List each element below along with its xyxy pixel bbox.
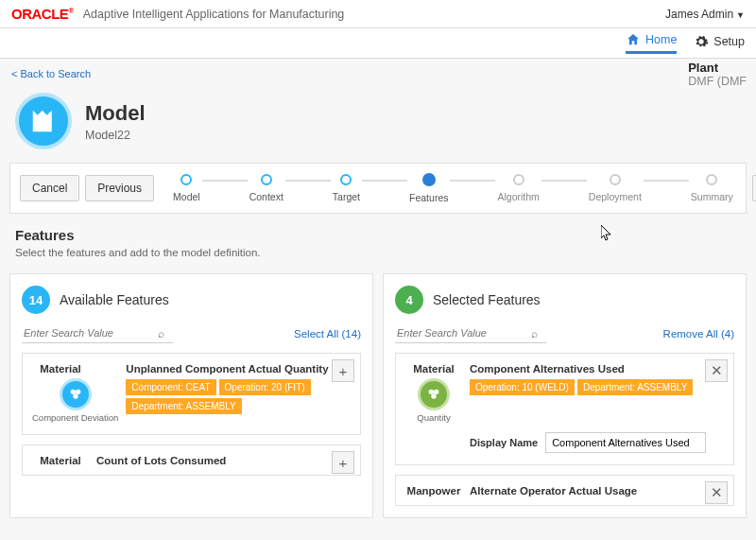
selected-search-input[interactable] xyxy=(395,323,546,343)
search-icon[interactable]: ⌕ xyxy=(531,327,538,340)
display-name-input[interactable] xyxy=(545,432,706,453)
svg-point-4 xyxy=(434,390,438,394)
app-title: Adaptive Intelligent Applications for Ma… xyxy=(83,8,345,21)
section-desc: Select the features and add to the model… xyxy=(15,247,741,258)
feature-tag: Operation: 10 (WELD) xyxy=(470,379,575,395)
model-header: Model Model22 xyxy=(0,87,756,163)
home-icon xyxy=(626,32,641,47)
caret-down-icon: ▼ xyxy=(736,10,745,20)
step-model[interactable]: Model xyxy=(173,174,200,202)
svg-point-2 xyxy=(73,393,77,398)
remove-all-link[interactable]: Remove All (4) xyxy=(663,328,734,340)
selected-count-badge: 4 xyxy=(395,286,423,314)
breadcrumb: < Back to Search xyxy=(0,59,756,87)
feature-category: Manpower xyxy=(405,485,462,496)
step-target[interactable]: Target xyxy=(333,174,360,202)
material-icon xyxy=(418,378,450,410)
next-button[interactable]: Next xyxy=(752,175,756,201)
step-deployment[interactable]: Deployment xyxy=(589,174,642,202)
feature-card: ✕ Material Quantity Component Alternativ… xyxy=(395,353,734,465)
plant-info: Plant DMF (DMF xyxy=(688,61,747,88)
step-summary[interactable]: Summary xyxy=(691,174,733,202)
feature-card: + Material Component Deviation Unplanned… xyxy=(22,353,361,435)
feature-tag: Department: ASSEMBLY xyxy=(577,379,693,395)
svg-point-1 xyxy=(76,390,80,394)
wizard-steps: Model Context Target Features Algorithm … xyxy=(173,173,733,203)
available-title: Available Features xyxy=(60,292,169,307)
feature-card: + Material Count of Lots Consumed xyxy=(22,444,361,476)
page-title: Model xyxy=(85,101,146,126)
feature-title: Unplanned Component Actual Quantity xyxy=(126,363,351,375)
available-search-input[interactable] xyxy=(22,323,173,343)
navbar: Home Setup xyxy=(0,28,756,59)
user-menu[interactable]: James Admin▼ xyxy=(665,8,745,21)
display-name-label: Display Name xyxy=(470,437,538,448)
global-header: ORACLE® Adaptive Intelligent Application… xyxy=(0,0,756,28)
nav-setup[interactable]: Setup xyxy=(694,34,745,53)
remove-feature-button[interactable]: ✕ xyxy=(705,359,728,382)
feature-title: Component Alternatives Used xyxy=(470,363,724,375)
section-title: Features xyxy=(15,227,741,243)
feature-tag: Operation: 20 (FIT) xyxy=(219,379,311,395)
feature-tag: Department: ASSEMBLY xyxy=(126,398,241,414)
back-to-search-link[interactable]: < Back to Search xyxy=(11,68,91,79)
feature-category: Material xyxy=(32,363,89,375)
available-features-panel: 14 Available Features ⌕ Select All (14) … xyxy=(9,273,373,518)
feature-card: ✕ Manpower Alternate Operator Actual Usa… xyxy=(395,475,734,506)
nav-home[interactable]: Home xyxy=(626,32,677,54)
step-panel: Cancel Previous Model Context Target Fea… xyxy=(9,163,747,214)
step-algorithm[interactable]: Algorithm xyxy=(497,174,539,202)
feature-title: Alternate Operator Actual Usage xyxy=(470,485,724,496)
feature-category: Material xyxy=(32,455,89,466)
selected-title: Selected Features xyxy=(433,292,541,307)
feature-category: Material xyxy=(405,363,462,375)
feature-title: Count of Lots Consumed xyxy=(96,455,351,466)
step-context[interactable]: Context xyxy=(249,174,284,202)
svg-point-0 xyxy=(70,390,75,394)
select-all-link[interactable]: Select All (14) xyxy=(294,328,361,340)
search-icon[interactable]: ⌕ xyxy=(158,327,164,340)
selected-features-panel: 4 Selected Features ⌕ Remove All (4) ✕ M… xyxy=(383,273,747,518)
model-name: Model22 xyxy=(85,129,146,142)
section-header: Features Select the features and add to … xyxy=(0,214,756,266)
svg-point-3 xyxy=(429,390,434,394)
add-feature-button[interactable]: + xyxy=(332,451,354,474)
remove-feature-button[interactable]: ✕ xyxy=(705,481,728,504)
category-label: Component Deviation xyxy=(32,412,118,423)
cancel-button[interactable]: Cancel xyxy=(20,175,79,201)
category-label: Quantity xyxy=(405,412,462,423)
material-icon xyxy=(60,378,92,410)
available-count-badge: 14 xyxy=(22,286,50,314)
svg-point-5 xyxy=(431,393,436,398)
plant-value: DMF (DMF xyxy=(688,75,747,88)
add-feature-button[interactable]: + xyxy=(332,359,354,382)
step-features[interactable]: Features xyxy=(409,173,448,203)
previous-button[interactable]: Previous xyxy=(85,175,154,201)
oracle-logo: ORACLE® xyxy=(11,6,74,22)
model-icon xyxy=(15,93,72,149)
plant-label: Plant xyxy=(688,61,747,75)
feature-tag: Component: CEAT xyxy=(126,379,215,395)
gear-icon xyxy=(694,34,709,49)
